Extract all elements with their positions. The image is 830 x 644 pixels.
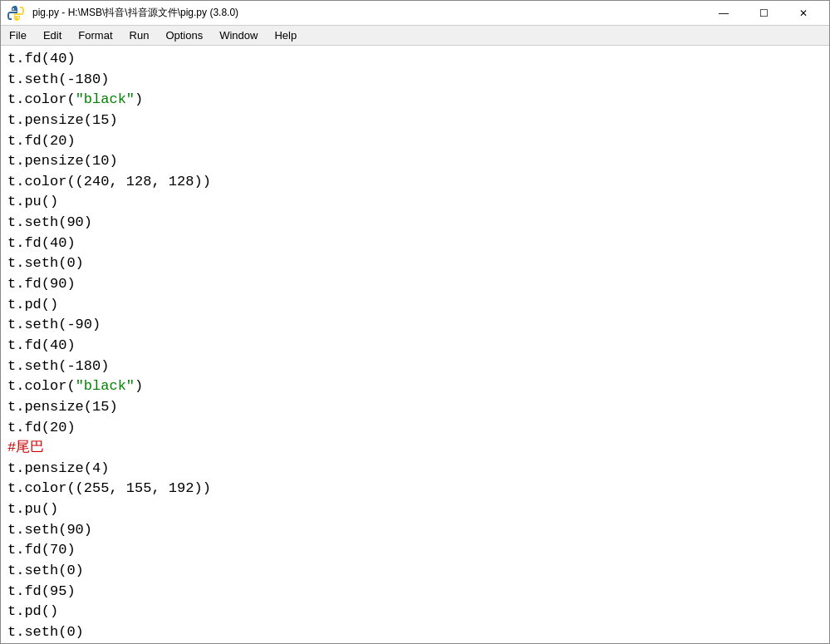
code-line: t.fd(20) [7, 418, 823, 439]
code-line: t.color("black") [7, 376, 823, 397]
code-line: t.fd(95) [7, 582, 823, 602]
title-bar: pig.py - H:\MSB\抖音\抖音源文件\pig.py (3.8.0) … [1, 1, 829, 26]
menu-run[interactable]: Run [121, 26, 158, 45]
close-button[interactable]: ✕ [784, 1, 823, 26]
menu-bar: File Edit Format Run Options Window Help [1, 26, 829, 46]
code-line: t.pensize(15) [7, 397, 823, 418]
code-line: t.pd() [7, 602, 823, 622]
code-line: t.seth(-90) [7, 315, 823, 336]
menu-file[interactable]: File [1, 26, 35, 45]
editor-area: t.fd(40) t.seth(-180) t.color("black") t… [1, 46, 829, 643]
code-line: t.seth(-180) [7, 356, 823, 377]
menu-help[interactable]: Help [266, 26, 305, 45]
main-window: pig.py - H:\MSB\抖音\抖音源文件\pig.py (3.8.0) … [0, 0, 830, 644]
code-line: t.pensize(10) [7, 151, 823, 172]
code-line: t.fd(40) [7, 336, 823, 356]
code-line: t.fd(20) [7, 131, 823, 152]
code-line: t.seth(-180) [7, 70, 823, 91]
code-line-comment: #尾巴 [7, 438, 823, 459]
code-line: t.fd(90) [7, 274, 823, 295]
code-editor[interactable]: t.fd(40) t.seth(-180) t.color("black") t… [1, 46, 829, 643]
menu-format[interactable]: Format [70, 26, 120, 45]
code-line: t.fd(40) [7, 49, 823, 70]
code-line: t.color((255, 155, 192)) [7, 479, 823, 499]
menu-edit[interactable]: Edit [35, 26, 70, 45]
menu-options[interactable]: Options [157, 26, 211, 45]
menu-window[interactable]: Window [211, 26, 266, 45]
code-line: t.pu() [7, 192, 823, 213]
code-line: t.fd(40) [7, 234, 823, 254]
code-line: t.pd() [7, 295, 823, 316]
code-line: t.fd(70) [7, 540, 823, 561]
title-bar-left: pig.py - H:\MSB\抖音\抖音源文件\pig.py (3.8.0) [7, 5, 238, 22]
maximize-button[interactable]: ☐ [744, 1, 783, 26]
app-icon [7, 5, 27, 22]
svg-point-1 [17, 17, 19, 18]
code-line: t.seth(90) [7, 213, 823, 234]
code-line: t.seth(90) [7, 520, 823, 541]
code-line: t.color((240, 128, 128)) [7, 172, 823, 193]
code-line: t.pu() [7, 499, 823, 520]
title-controls: — ☐ ✕ [705, 1, 823, 26]
window-title: pig.py - H:\MSB\抖音\抖音源文件\pig.py (3.8.0) [32, 6, 238, 20]
code-line: t.seth(0) [7, 561, 823, 582]
svg-point-0 [12, 8, 14, 10]
code-line: t.seth(0) [7, 622, 823, 643]
code-line: t.seth(0) [7, 253, 823, 274]
code-line: t.pensize(15) [7, 111, 823, 131]
code-line: t.pensize(4) [7, 459, 823, 479]
minimize-button[interactable]: — [705, 1, 743, 26]
code-line: t.color("black") [7, 90, 823, 111]
